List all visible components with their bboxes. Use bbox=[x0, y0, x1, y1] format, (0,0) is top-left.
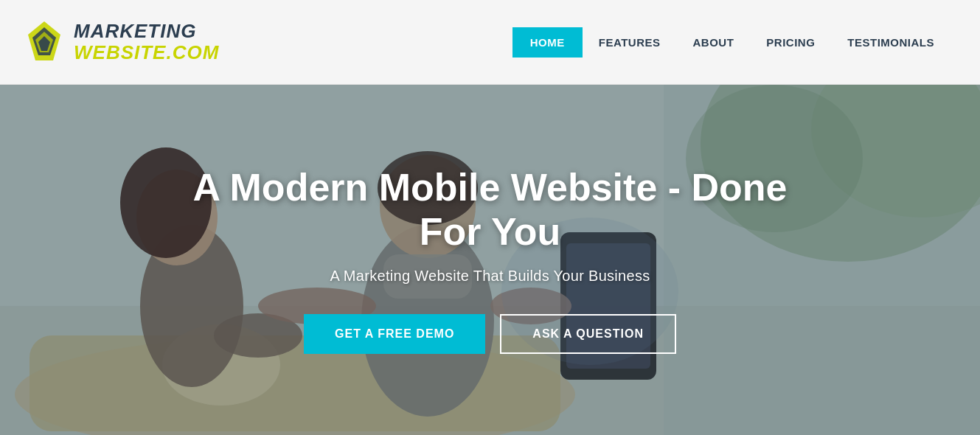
nav-home[interactable]: HOME bbox=[512, 27, 583, 58]
nav-testimonials[interactable]: TESTIMONIALS bbox=[831, 29, 951, 56]
logo-text: MARKETING WEBSITE.COM bbox=[74, 21, 219, 63]
logo-icon bbox=[22, 20, 66, 64]
nav-pricing[interactable]: PRICING bbox=[750, 29, 831, 56]
hero-content: A Modern Mobile Website - Done For You A… bbox=[159, 166, 822, 354]
logo[interactable]: MARKETING WEBSITE.COM bbox=[22, 20, 219, 64]
nav-features[interactable]: FEATURES bbox=[583, 29, 677, 56]
logo-line2: WEBSITE.COM bbox=[74, 42, 219, 63]
demo-button[interactable]: GET A FREE DEMO bbox=[304, 314, 485, 354]
logo-line1: MARKETING bbox=[74, 21, 219, 42]
main-nav: HOME FEATURES ABOUT PRICING TESTIMONIALS bbox=[512, 27, 951, 58]
hero-subtitle: A Marketing Website That Builds Your Bus… bbox=[173, 268, 807, 285]
question-button[interactable]: ASK A QUESTION bbox=[500, 314, 676, 354]
nav-about[interactable]: ABOUT bbox=[676, 29, 750, 56]
hero-section: A Modern Mobile Website - Done For You A… bbox=[0, 85, 980, 435]
site-header: MARKETING WEBSITE.COM HOME FEATURES ABOU… bbox=[0, 0, 980, 85]
hero-title: A Modern Mobile Website - Done For You bbox=[173, 166, 807, 254]
hero-buttons: GET A FREE DEMO ASK A QUESTION bbox=[173, 314, 807, 354]
